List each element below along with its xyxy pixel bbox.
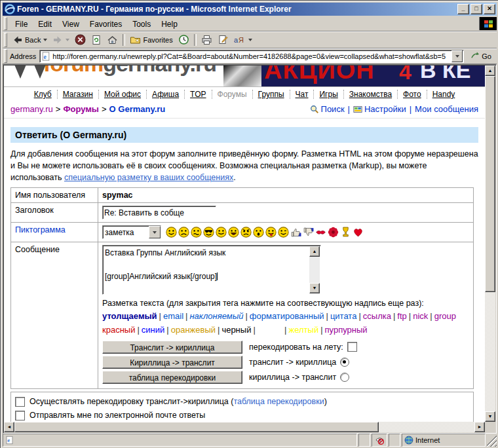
- address-field[interactable]: e http://foren.germany.ru/newreply.pl?Ca…: [39, 50, 464, 63]
- markup-tag-link[interactable]: утолщаемый: [102, 311, 157, 321]
- menu-grip[interactable]: [4, 17, 7, 30]
- nav-item[interactable]: Магазин: [57, 90, 98, 99]
- address-grip[interactable]: [4, 49, 7, 62]
- frown-emoticon-icon[interactable]: [178, 227, 189, 238]
- nav-item[interactable]: Афиша: [146, 90, 184, 99]
- stop-button[interactable]: [72, 32, 88, 48]
- markup-tag-link[interactable]: group: [434, 311, 456, 321]
- url-text[interactable]: http://foren.germany.ru/newreply.pl?Cat=…: [52, 52, 451, 60]
- cyrillic-to-translit-radio[interactable]: [340, 373, 349, 382]
- nav-item[interactable]: Знакомства: [343, 90, 397, 99]
- vertical-scroll-thumb[interactable]: [485, 76, 495, 292]
- color-tag-link[interactable]: синий: [142, 325, 164, 335]
- breadcrumb-link[interactable]: О Germany.ru: [109, 104, 166, 114]
- tongue-emoticon-icon[interactable]: [265, 227, 277, 238]
- menu-tools[interactable]: Tools: [127, 18, 156, 30]
- ad-banner[interactable]: АКЦИОН 4 В КЕ: [223, 65, 485, 86]
- kiss-lips-emoticon-icon[interactable]: [315, 227, 326, 238]
- edit-button[interactable]: [215, 32, 231, 48]
- markup-tag-link[interactable]: форматированный: [250, 311, 324, 321]
- maximize-button[interactable]: □: [470, 4, 482, 14]
- minimize-button[interactable]: _: [457, 4, 469, 14]
- history-button[interactable]: [176, 32, 192, 48]
- conversion-table-button[interactable]: таблица перекодировки: [102, 371, 242, 384]
- forum-logo[interactable]: forumgermany.ru: [43, 65, 216, 77]
- color-tag-link[interactable]: белый: [258, 325, 282, 335]
- action-link[interactable]: Поиск: [310, 104, 345, 114]
- scroll-left-icon[interactable]: ◄: [4, 422, 14, 432]
- home-button[interactable]: [104, 32, 121, 48]
- nav-item[interactable]: Чат: [290, 90, 314, 99]
- scroll-down-icon[interactable]: ▼: [309, 283, 320, 293]
- forward-dropdown-icon[interactable]: [66, 39, 69, 41]
- menu-view[interactable]: View: [57, 18, 85, 30]
- laugh-emoticon-icon[interactable]: [228, 227, 239, 238]
- icon-label-link[interactable]: Пиктограмма: [15, 225, 66, 234]
- icon-select[interactable]: заметка: [102, 225, 161, 239]
- breadcrumb-link[interactable]: Форумы: [63, 104, 99, 114]
- back-button[interactable]: Back: [10, 32, 50, 48]
- nav-item[interactable]: Группы: [252, 90, 290, 99]
- nav-item[interactable]: Клуб: [29, 90, 57, 99]
- markup-help-link[interactable]: специальную разметку в ваших сообщениях: [64, 173, 233, 182]
- markup-tag-link[interactable]: цитата: [330, 311, 357, 321]
- nav-item[interactable]: Фото: [397, 90, 427, 99]
- horizontal-scroll-thumb[interactable]: [14, 422, 379, 432]
- select-dropdown-icon[interactable]: [149, 226, 161, 238]
- wink-emoticon-icon[interactable]: [278, 227, 289, 238]
- privacy-report-icon[interactable]: [375, 436, 385, 445]
- back-dropdown-icon[interactable]: [43, 39, 47, 41]
- go-button[interactable]: Go: [468, 50, 494, 62]
- encoding-dropdown-icon[interactable]: [248, 39, 252, 41]
- option-checkbox[interactable]: [15, 397, 25, 407]
- breadcrumb-link[interactable]: germany.ru: [10, 104, 53, 114]
- nav-item[interactable]: Мой офис: [98, 90, 146, 99]
- action-link[interactable]: Мои сообщения: [415, 104, 478, 114]
- cyrillic-to-translit-button[interactable]: Кириллица -> транслит: [102, 356, 242, 369]
- scroll-down-icon[interactable]: ▼: [485, 411, 495, 422]
- forward-button[interactable]: [50, 32, 72, 48]
- menu-edit[interactable]: Edit: [33, 18, 57, 30]
- textarea-scrollbar[interactable]: ▲ ▼: [309, 246, 320, 293]
- favorites-button[interactable]: Favorites: [127, 32, 175, 48]
- fly-checkbox[interactable]: [347, 342, 357, 352]
- resize-grip[interactable]: [487, 434, 497, 447]
- scroll-up-icon[interactable]: ▲: [485, 65, 495, 76]
- thumbs-down-emoticon-icon[interactable]: [303, 227, 314, 238]
- vertical-scrollbar[interactable]: ▲ ▼: [485, 65, 495, 422]
- wine-glass-emoticon-icon[interactable]: [340, 227, 351, 238]
- translit-to-cyrillic-button[interactable]: Транслит -> кириллица: [102, 341, 242, 354]
- color-tag-link[interactable]: красный: [102, 325, 135, 335]
- markup-tag-link[interactable]: ftp: [397, 311, 406, 321]
- nav-item[interactable]: TOP: [184, 90, 211, 99]
- menu-file[interactable]: File: [10, 18, 33, 30]
- scroll-right-icon[interactable]: ►: [474, 422, 485, 432]
- action-link[interactable]: Настройки: [353, 104, 406, 114]
- shocked-emoticon-icon[interactable]: [253, 227, 264, 238]
- color-tag-link[interactable]: желтый: [289, 325, 319, 335]
- confused-emoticon-icon[interactable]: [191, 227, 202, 238]
- heart-emoticon-icon[interactable]: [353, 227, 364, 238]
- translit-to-cyrillic-radio[interactable]: [340, 358, 349, 367]
- address-dropdown-button[interactable]: [451, 50, 463, 62]
- flower-emoticon-icon[interactable]: [328, 227, 339, 238]
- nav-item[interactable]: Handy: [427, 90, 461, 99]
- toolbar-grip[interactable]: [4, 33, 7, 47]
- smile-emoticon-icon[interactable]: [166, 227, 177, 238]
- conversion-table-link[interactable]: таблица перекодировки: [233, 397, 324, 406]
- encoding-button[interactable]: аЯ: [231, 32, 255, 48]
- grin-emoticon-icon[interactable]: [216, 227, 227, 238]
- color-tag-link[interactable]: черный: [221, 325, 251, 335]
- color-tag-link[interactable]: оранжевый: [171, 325, 216, 335]
- message-textarea[interactable]: Вставка Группы Английский язык [group]Ан…: [102, 245, 321, 295]
- horizontal-scrollbar[interactable]: ◄ ►: [4, 422, 485, 432]
- option-checkbox[interactable]: [15, 411, 25, 420]
- cool-emoticon-icon[interactable]: [203, 227, 214, 238]
- scroll-up-icon[interactable]: ▲: [309, 246, 320, 257]
- menu-favorites[interactable]: Favorites: [85, 18, 127, 30]
- markup-tag-link[interactable]: ссылка: [363, 311, 391, 321]
- print-button[interactable]: [199, 32, 215, 48]
- close-button[interactable]: ✕: [484, 4, 495, 14]
- markup-tag-link[interactable]: nick: [413, 311, 428, 321]
- markup-tag-link[interactable]: email: [163, 311, 183, 321]
